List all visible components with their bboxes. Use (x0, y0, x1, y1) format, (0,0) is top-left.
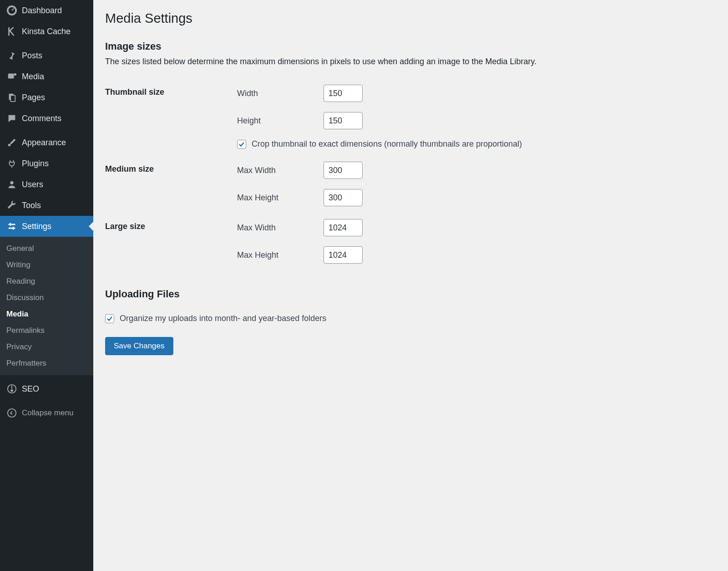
large-height-label: Max Height (237, 250, 324, 260)
kinsta-icon (6, 26, 17, 37)
svg-point-5 (8, 144, 11, 147)
medium-row-label: Medium size (105, 155, 237, 213)
menu-separator (0, 129, 93, 132)
tools-icon (6, 200, 17, 211)
brush-icon (6, 137, 17, 148)
thumbnail-crop-checkbox[interactable] (237, 140, 246, 149)
thumbnail-height-input[interactable] (324, 112, 363, 129)
medium-width-input[interactable] (324, 162, 363, 179)
sidebar-item-label: Dashboard (22, 6, 62, 15)
submenu-item-privacy[interactable]: Privacy (0, 339, 93, 355)
thumbnail-width-input[interactable] (324, 85, 363, 102)
menu-separator (0, 375, 93, 378)
seo-icon (6, 383, 17, 394)
svg-rect-13 (11, 386, 12, 389)
svg-rect-8 (9, 228, 15, 229)
large-width-label: Max Width (237, 223, 324, 233)
admin-sidebar: Dashboard Kinsta Cache Posts Media Pages… (0, 0, 93, 571)
svg-rect-9 (10, 223, 11, 226)
pin-icon (6, 50, 17, 61)
sidebar-item-appearance[interactable]: Appearance (0, 132, 93, 153)
sidebar-item-dashboard[interactable]: Dashboard (0, 0, 93, 21)
pages-icon (6, 92, 17, 103)
sidebar-item-label: Plugins (22, 159, 49, 168)
svg-rect-7 (9, 224, 15, 225)
comments-icon (6, 113, 17, 124)
sidebar-item-settings[interactable]: Settings (0, 216, 93, 237)
settings-icon (6, 221, 17, 232)
sidebar-item-label: Settings (22, 222, 51, 231)
submenu-item-reading[interactable]: Reading (0, 273, 93, 290)
submenu-item-writing[interactable]: Writing (0, 257, 93, 273)
thumbnail-row-label: Thumbnail size (105, 78, 237, 155)
svg-point-12 (10, 389, 13, 392)
media-icon (6, 71, 17, 82)
thumbnail-width-label: Width (237, 89, 324, 98)
sidebar-item-kinsta-cache[interactable]: Kinsta Cache (0, 21, 93, 42)
sidebar-item-label: Media (22, 72, 44, 82)
main-content: Media Settings Image sizes The sizes lis… (93, 0, 728, 571)
large-width-input[interactable] (324, 219, 363, 236)
image-sizes-description: The sizes listed below determine the max… (105, 57, 716, 66)
sidebar-item-label: Kinsta Cache (22, 27, 71, 36)
sidebar-item-pages[interactable]: Pages (0, 87, 93, 108)
sidebar-item-media[interactable]: Media (0, 66, 93, 87)
thumbnail-crop-label: Crop thumbnail to exact dimensions (norm… (252, 139, 522, 149)
medium-height-label: Max Height (237, 193, 324, 203)
svg-point-14 (8, 409, 16, 417)
image-sizes-heading: Image sizes (105, 41, 716, 52)
sidebar-item-label: Comments (22, 114, 61, 123)
collapse-icon (6, 408, 17, 418)
sidebar-item-label: SEO (22, 384, 39, 394)
page-title: Media Settings (105, 5, 716, 34)
thumbnail-height-label: Height (237, 116, 324, 126)
collapse-menu-label: Collapse menu (22, 408, 73, 418)
sidebar-item-posts[interactable]: Posts (0, 45, 93, 66)
plug-icon (6, 158, 17, 169)
large-row-label: Large size (105, 213, 237, 270)
organize-uploads-checkbox[interactable] (105, 314, 114, 323)
submenu-item-permalinks[interactable]: Permalinks (0, 322, 93, 339)
svg-point-6 (10, 181, 13, 184)
medium-height-input[interactable] (324, 189, 363, 206)
image-sizes-table: Thumbnail size Width Height Crop thumbna… (105, 78, 716, 270)
users-icon (6, 179, 17, 190)
svg-rect-4 (10, 95, 15, 102)
sidebar-item-label: Appearance (22, 138, 66, 148)
dashboard-icon (6, 5, 17, 16)
save-changes-button[interactable]: Save Changes (105, 337, 173, 355)
submenu-item-media[interactable]: Media (0, 306, 93, 322)
submenu-item-discussion[interactable]: Discussion (0, 290, 93, 306)
sidebar-item-label: Users (22, 180, 43, 189)
sidebar-item-plugins[interactable]: Plugins (0, 153, 93, 174)
svg-point-2 (14, 73, 17, 76)
sidebar-item-label: Posts (22, 51, 42, 61)
collapse-menu-button[interactable]: Collapse menu (0, 402, 93, 424)
uploading-files-heading: Uploading Files (105, 288, 716, 300)
submenu-item-general[interactable]: General (0, 240, 93, 257)
sidebar-item-tools[interactable]: Tools (0, 195, 93, 216)
svg-rect-10 (13, 227, 14, 229)
submenu-item-perfmatters[interactable]: Perfmatters (0, 355, 93, 372)
organize-uploads-label: Organize my uploads into month- and year… (120, 314, 326, 323)
svg-rect-1 (8, 74, 14, 79)
menu-separator (0, 42, 93, 45)
sidebar-item-label: Tools (22, 201, 41, 210)
sidebar-item-users[interactable]: Users (0, 174, 93, 195)
sidebar-item-seo[interactable]: SEO (0, 378, 93, 399)
sidebar-item-label: Pages (22, 93, 45, 102)
sidebar-item-comments[interactable]: Comments (0, 108, 93, 129)
medium-width-label: Max Width (237, 166, 324, 175)
large-height-input[interactable] (324, 246, 363, 264)
settings-submenu: General Writing Reading Discussion Media… (0, 237, 93, 375)
